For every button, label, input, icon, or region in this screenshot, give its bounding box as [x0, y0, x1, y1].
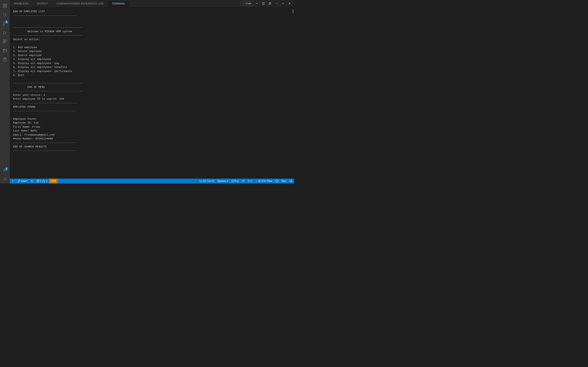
terminal-line: ----------------------------------------…	[13, 81, 289, 85]
errors-status[interactable]: 0 0	[35, 179, 49, 184]
terminal-line: Select an action:	[13, 38, 289, 42]
split-terminal-button[interactable]	[260, 1, 266, 6]
terminal-line	[13, 42, 289, 45]
aws-status[interactable]: AWS	[49, 179, 58, 184]
mac-label-status[interactable]: Mac	[280, 179, 288, 184]
indentation-status[interactable]: Spaces: 4	[216, 179, 230, 184]
svg-rect-10	[3, 40, 5, 42]
git-branch-icon	[17, 180, 20, 183]
warning-icon	[42, 180, 45, 183]
sync-status[interactable]: ↻	[29, 179, 35, 184]
svg-point-16	[4, 50, 5, 50]
terminal-line: ----------------------------------------	[13, 14, 289, 18]
tab-actions: Code + ⋯	[240, 1, 294, 6]
terminal-line: Employee found:	[13, 117, 289, 121]
svg-point-15	[4, 50, 4, 50]
language-status[interactable]: C++	[246, 179, 254, 184]
terminal-line: END OF SEARCH RESULTS	[13, 145, 289, 149]
remote-status-icon	[11, 180, 14, 183]
flow-time: 3h 47m	[258, 180, 266, 183]
terminal-line: 6. Display all employees' benefits	[13, 65, 289, 69]
terminal-line: Employee ID: 110	[13, 121, 289, 125]
flow-status[interactable]: ○ 3h 47m Flow	[254, 179, 274, 184]
terminal-line: ----------------------------------------	[13, 101, 289, 105]
tab-output[interactable]: OUTPUT	[33, 0, 52, 7]
accounts-icon[interactable]	[1, 166, 9, 175]
svg-point-6	[3, 22, 4, 23]
new-terminal-button[interactable]: +	[254, 1, 260, 6]
close-panel-button[interactable]: ✕	[287, 1, 292, 6]
encoding-status[interactable]: UTF-8	[230, 179, 240, 184]
terminal-line	[13, 77, 289, 81]
more-actions-button[interactable]: ⋯	[274, 1, 279, 6]
error-count: 0	[40, 180, 42, 183]
terminal-line	[13, 113, 289, 117]
terminal-scrollbar[interactable]	[292, 7, 294, 179]
code-button[interactable]: Code	[240, 1, 253, 6]
terminal-line: 2. Delete employee	[13, 49, 289, 53]
terminal-output[interactable]: END OF EMPLOYEE LIST.-------------------…	[10, 7, 292, 179]
collapse-panel-button[interactable]	[280, 1, 286, 6]
terminal-line: ----------------------------------------	[13, 141, 289, 145]
terminal-line: Email: fridawahu@gmail.com	[13, 133, 289, 137]
split-icon	[262, 2, 265, 5]
terminal-line: First Name: Frida	[13, 125, 289, 129]
cursor-position[interactable]: Ln 15, Col 20	[198, 179, 216, 184]
terminal-line: END OF EMPLOYEE LIST.	[13, 9, 289, 14]
aws-toolkit-icon[interactable]	[1, 55, 9, 64]
svg-rect-11	[5, 40, 7, 42]
code-label: Code	[245, 2, 251, 5]
terminal-line	[13, 22, 289, 26]
status-bar: main* ↻ 0 0 AWS Ln 15, Col 20 Spaces: 4 …	[10, 179, 294, 184]
terminal-line: ----------------------------------------…	[13, 89, 289, 93]
svg-line-5	[6, 16, 7, 17]
svg-point-18	[4, 179, 6, 180]
terminal-line	[13, 17, 289, 22]
settings-icon[interactable]	[1, 175, 9, 184]
copilot-icon	[276, 180, 278, 183]
terminal-line: ----------------------------------------	[13, 109, 289, 113]
run-debug-icon[interactable]	[1, 29, 9, 37]
extensions-icon[interactable]	[1, 38, 9, 46]
sync-icon: ↻	[31, 179, 33, 183]
tab-codewhisperer[interactable]: CODEWHISPERER REFERENCE LOG	[52, 0, 108, 7]
git-branch-status[interactable]: main*	[16, 179, 29, 184]
terminal-line: 4. Display all employees	[13, 57, 289, 61]
terminal-line: Enter your choice: 3	[13, 93, 289, 97]
bell-icon	[290, 180, 292, 183]
main-content: PROBLEMS OUTPUT CODEWHISPERER REFERENCE …	[10, 0, 294, 184]
terminal-line: Welcome to MIKASA HRM system	[13, 30, 289, 34]
flow-label: Flow	[267, 180, 272, 183]
terminal-line: ----------------------------------------…	[13, 25, 289, 30]
notifications-status[interactable]	[288, 179, 294, 184]
svg-point-23	[18, 182, 19, 182]
tab-problems[interactable]: PROBLEMS	[10, 0, 33, 7]
tab-terminal[interactable]: TERMINAL	[108, 0, 130, 7]
delete-terminal-button[interactable]	[267, 1, 273, 6]
remote-explorer-icon[interactable]	[1, 47, 9, 55]
line-ending-status[interactable]: LF	[240, 179, 246, 184]
terminal-line: 3. Search employee	[13, 53, 289, 58]
branch-name: main*	[21, 180, 27, 183]
remote-connection-status[interactable]	[10, 179, 16, 184]
svg-rect-0	[3, 4, 4, 5]
terminal-line: EMPLOYEE FOUND	[13, 105, 289, 109]
terminal-line: ----------------------------------------…	[13, 33, 289, 38]
terminal-line: END OF MENU	[13, 85, 289, 89]
svg-rect-3	[5, 6, 7, 7]
svg-point-17	[4, 169, 6, 170]
terminal-line: Last Name: Wahu	[13, 129, 289, 133]
search-icon[interactable]	[1, 11, 9, 19]
copilot-status[interactable]	[274, 179, 280, 184]
source-control-icon[interactable]	[1, 20, 9, 28]
terminal-line: Phone Number: 07892134688	[13, 137, 289, 141]
explorer-icon[interactable]	[1, 2, 9, 10]
scrollbar-thumb	[292, 9, 294, 13]
svg-point-8	[3, 24, 4, 25]
svg-marker-9	[4, 31, 6, 34]
svg-rect-1	[5, 4, 7, 5]
terminal-line: ----------------------------------------	[13, 149, 289, 153]
terminal-line: 7. Display all employees' performance	[13, 69, 289, 73]
warning-count: 0	[46, 180, 47, 183]
activity-bar	[0, 0, 10, 184]
